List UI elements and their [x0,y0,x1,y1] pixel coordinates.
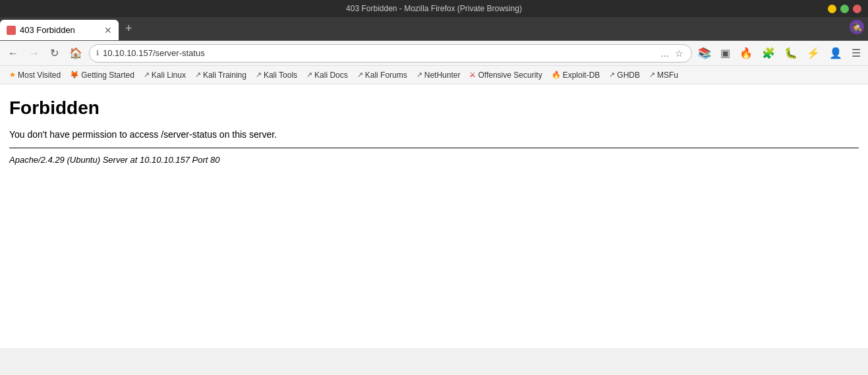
security-icon: ℹ [96,49,99,57]
bookmark-label-kali-training: Kali Training [203,71,246,80]
bookmark-icon-kali-tools: ↗ [256,71,262,79]
bookmark-icon-kali-linux: ↗ [144,71,150,79]
bookmark-icon-msfu: ↗ [649,71,655,79]
bookmark-icon-exploit-db: 🔥 [552,71,561,79]
bookmark-icon-nethunter: ↗ [417,71,422,79]
bookmark-icon-ghdb: ↗ [609,71,615,79]
reload-button[interactable]: ↻ [46,45,63,61]
extensions-icon[interactable]: 🧩 [759,45,778,61]
toolbar-right: 📚 ▣ 🔥 🧩 🐛 ⚡ 👤 ☰ [695,45,864,61]
user-icon[interactable]: 👤 [826,45,846,61]
bookmark-label-exploit-db: Exploit-DB [563,71,600,80]
bookmark-msfu[interactable]: ↗MSFu [645,69,682,81]
bookmark-label-ghdb: GHDB [617,71,640,80]
bookmark-label-most-visited: Most Visited [18,71,61,80]
bookmark-ghdb[interactable]: ↗GHDB [605,69,644,81]
hamburger-menu-button[interactable]: ☰ [848,45,864,61]
page-content: Forbidden You don't have permission to a… [0,84,868,348]
bookmark-label-nethunter: NetHunter [424,71,461,80]
tabbar: 403 Forbidden ✕ + 🕵 [0,17,868,41]
address-bar-actions: … ☆ [659,47,685,60]
bookmark-label-offensive-security: Offensive Security [478,71,542,80]
bookmark-label-kali-docs: Kali Docs [314,71,348,80]
tab-label: 403 Forbidden [20,25,75,35]
titlebar: 403 Forbidden - Mozilla Firefox (Private… [0,0,868,17]
home-button[interactable]: 🏠 [65,45,86,61]
library-icon[interactable]: 📚 [695,45,714,61]
bookmarks-bar: ★Most Visited🦊Getting Started↗Kali Linux… [0,66,868,84]
bookmark-exploit-db[interactable]: 🔥Exploit-DB [548,69,604,81]
new-tab-button[interactable]: + [119,17,139,40]
forward-button[interactable]: → [25,45,43,61]
bookmark-nethunter[interactable]: ↗NetHunter [413,69,465,81]
bookmark-icon-getting-started: 🦊 [70,71,79,79]
bookmark-label-msfu: MSFu [657,71,678,80]
bookmark-label-kali-forums: Kali Forums [365,71,407,80]
back-button[interactable]: ← [4,45,22,61]
sidebar-icon[interactable]: ▣ [717,45,734,61]
page-heading: Forbidden [9,98,859,119]
bookmark-kali-forums[interactable]: ↗Kali Forums [353,69,411,81]
bookmark-icon-kali-training: ↗ [195,71,201,79]
bookmark-label-kali-tools: Kali Tools [264,71,297,80]
url-input[interactable] [103,48,655,58]
bookmark-offensive-security[interactable]: ⚔Offensive Security [465,69,546,81]
bookmark-kali-docs[interactable]: ↗Kali Docs [303,69,352,81]
toolbar: ← → ↻ 🏠 ℹ … ☆ 📚 ▣ 🔥 🧩 🐛 ⚡ 👤 ☰ [0,41,868,66]
bookmark-star-icon[interactable]: ☆ [674,47,685,60]
active-tab[interactable]: 403 Forbidden ✕ [0,20,119,40]
window-title: 403 Forbidden - Mozilla Firefox (Private… [346,4,522,13]
bookmark-icon-kali-docs: ↗ [306,71,312,79]
bookmark-icon-kali-forums: ↗ [357,71,363,79]
window-controls [828,5,861,13]
page-body-text: You don't have permission to access /ser… [9,129,859,140]
bookmark-icon-offensive-security: ⚔ [469,71,476,79]
bookmark-kali-tools[interactable]: ↗Kali Tools [252,69,301,81]
bookmark-getting-started[interactable]: 🦊Getting Started [66,69,138,81]
bookmark-most-visited[interactable]: ★Most Visited [5,69,65,81]
bookmark-kali-training[interactable]: ↗Kali Training [191,69,250,81]
address-bar[interactable]: ℹ … ☆ [89,44,692,63]
bookmark-label-getting-started: Getting Started [81,71,134,80]
firefox-account-icon[interactable]: 🔥 [736,45,756,61]
minimize-button[interactable] [828,5,836,13]
maximize-button[interactable] [840,5,849,13]
private-browsing-icon: 🕵 [850,20,864,34]
addon1-icon[interactable]: ⚡ [803,45,823,61]
page-divider [9,148,859,148]
bookmark-icon-most-visited: ★ [9,71,16,79]
tab-favicon [7,26,16,35]
bookmark-kali-linux[interactable]: ↗Kali Linux [140,69,190,81]
bookmark-label-kali-linux: Kali Linux [152,71,186,80]
more-actions-icon[interactable]: … [659,47,671,60]
firebug-icon[interactable]: 🐛 [781,45,801,61]
page-footer-text: Apache/2.4.29 (Ubuntu) Server at 10.10.1… [9,155,859,165]
close-button[interactable] [853,5,861,13]
tab-close-button[interactable]: ✕ [104,26,112,35]
